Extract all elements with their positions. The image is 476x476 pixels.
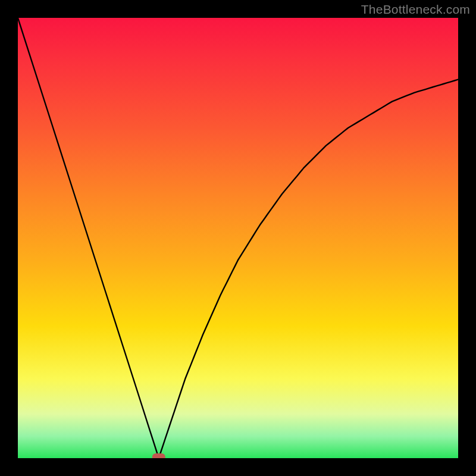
min-marker-group: [152, 453, 165, 458]
watermark-text: TheBottleneck.com: [361, 2, 470, 17]
bottleneck-curve: [18, 18, 458, 458]
curve-svg: [18, 18, 458, 458]
chart-stage: TheBottleneck.com: [0, 0, 476, 476]
plot-area: [18, 18, 458, 458]
curve-path-group: [18, 18, 458, 458]
minimum-marker: [152, 453, 165, 458]
